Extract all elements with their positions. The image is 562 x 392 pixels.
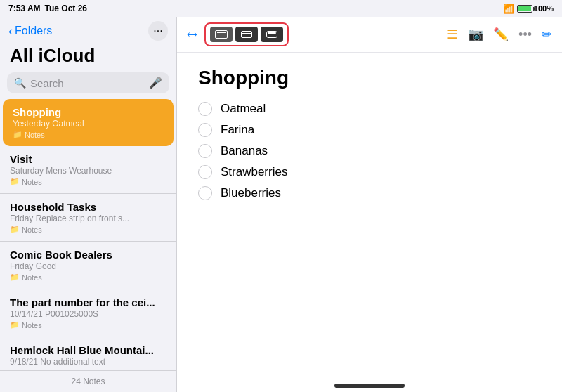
compose-icon[interactable]: ✏ (542, 27, 552, 42)
checklist-item[interactable]: Bananas (198, 144, 541, 158)
main-layout: ‹ Folders ··· All iCloud 🔍 Search 🎤 Shop… (0, 17, 562, 392)
notes-list: ShoppingYesterday Oatmeal📁 NotesVisitSat… (0, 99, 176, 370)
note-item-title: Visit (10, 153, 166, 165)
format-button-3[interactable] (261, 27, 283, 42)
note-item-folder: 📁 Notes (10, 177, 166, 186)
checklist: OatmealFarinaBananasStrawberriesBlueberr… (198, 102, 541, 200)
note-item-household[interactable]: Household TasksFriday Replace strip on f… (0, 194, 176, 242)
note-item-title: Household Tasks (10, 201, 166, 213)
check-circle[interactable] (198, 144, 212, 158)
folder-icon: 📁 (10, 320, 20, 329)
note-item-folder: 📁 Notes (10, 320, 166, 329)
note-item-meta: Friday Good (10, 261, 166, 271)
more-icon: ··· (153, 25, 162, 37)
note-item-title: The part number for the cei... (10, 296, 166, 308)
battery-percent: 100% (534, 4, 554, 13)
note-item-meta: Friday Replace strip on front s... (10, 214, 166, 223)
note-item-meta: 9/18/21 No additional text (10, 357, 166, 367)
status-date: Tue Oct 26 (45, 4, 87, 13)
bottom-indicator (334, 384, 405, 388)
status-left: 7:53 AM Tue Oct 26 (8, 4, 87, 13)
battery-icon (517, 5, 532, 13)
note-item-comic[interactable]: Comic Book DealersFriday Good📁 Notes (0, 242, 176, 289)
note-item-folder: 📁 Notes (13, 130, 164, 139)
search-icon: 🔍 (14, 77, 26, 89)
note-title: Shopping (198, 67, 541, 89)
format-button-1[interactable] (210, 27, 233, 42)
check-text: Blueberries (221, 186, 281, 200)
folder-icon: 📁 (13, 130, 22, 139)
search-bar[interactable]: 🔍 Search 🎤 (7, 72, 169, 93)
back-chevron-icon: ‹ (8, 24, 13, 39)
check-circle[interactable] (198, 165, 212, 179)
content-area: ⤢ ☰ 📷 ✏️ (177, 17, 562, 392)
more-button[interactable]: ··· (148, 21, 168, 41)
status-bar: 7:53 AM Tue Oct 26 📶 100% (0, 0, 562, 17)
note-item-shopping[interactable]: ShoppingYesterday Oatmeal📁 Notes (3, 99, 174, 146)
notes-count: 24 Notes (0, 370, 176, 392)
status-time: 7:53 AM (8, 4, 41, 13)
folder-icon: 📁 (10, 177, 20, 186)
note-item-visit[interactable]: VisitSaturday Mens Wearhouse📁 Notes (0, 146, 176, 194)
note-item-meta: 10/14/21 P001025000S (10, 309, 166, 319)
battery-bar: 100% (517, 4, 554, 13)
search-placeholder: Search (30, 77, 145, 89)
note-content: Shopping OatmealFarinaBananasStrawberrie… (177, 53, 562, 379)
note-item-meta: Saturday Mens Wearhouse (10, 166, 166, 176)
sidebar: ‹ Folders ··· All iCloud 🔍 Search 🎤 Shop… (0, 17, 177, 392)
checklist-item[interactable]: Blueberries (198, 186, 541, 200)
format-icon-1 (215, 30, 228, 39)
check-text: Oatmeal (221, 102, 266, 116)
checklist-icon[interactable]: ☰ (447, 27, 458, 42)
format-selector (204, 22, 289, 46)
note-item-hemlock[interactable]: Hemlock Hall Blue Mountai...9/18/21 No a… (0, 337, 176, 370)
checklist-item[interactable]: Strawberries (198, 165, 541, 179)
check-circle[interactable] (198, 123, 212, 137)
check-circle[interactable] (198, 186, 212, 200)
sidebar-header: ‹ Folders ··· (0, 17, 176, 44)
note-item-title: Shopping (13, 106, 164, 118)
check-text: Strawberries (221, 165, 287, 179)
microphone-icon: 🎤 (149, 77, 162, 89)
note-item-folder: 📁 Notes (10, 273, 166, 282)
back-label: Folders (15, 25, 52, 37)
note-item-part[interactable]: The part number for the cei...10/14/21 P… (0, 289, 176, 337)
format-button-2[interactable] (235, 27, 258, 42)
camera-icon[interactable]: 📷 (468, 27, 483, 42)
note-item-meta: Yesterday Oatmeal (13, 119, 164, 129)
sidebar-title: All iCloud (0, 44, 176, 72)
expand-icon[interactable]: ⤢ (183, 25, 201, 44)
content-toolbar: ⤢ ☰ 📷 ✏️ (177, 17, 562, 53)
more-options-icon[interactable]: ••• (518, 27, 532, 42)
note-item-folder: 📁 Notes (10, 225, 166, 234)
battery-fill (518, 6, 531, 11)
draw-icon[interactable]: ✏️ (493, 27, 509, 42)
wifi-icon: 📶 (503, 4, 514, 14)
note-item-title: Hemlock Hall Blue Mountai... (10, 344, 166, 356)
note-item-title: Comic Book Dealers (10, 249, 166, 261)
back-button[interactable]: ‹ Folders (8, 24, 52, 39)
checklist-item[interactable]: Oatmeal (198, 102, 541, 116)
check-circle[interactable] (198, 102, 212, 116)
status-right: 📶 100% (503, 4, 554, 14)
folder-icon: 📁 (10, 225, 20, 234)
checklist-item[interactable]: Farina (198, 123, 541, 137)
check-text: Bananas (221, 144, 268, 158)
toolbar-right: ☰ 📷 ✏️ ••• ✏ (447, 27, 552, 42)
folder-icon: 📁 (10, 273, 20, 282)
check-text: Farina (221, 123, 254, 137)
